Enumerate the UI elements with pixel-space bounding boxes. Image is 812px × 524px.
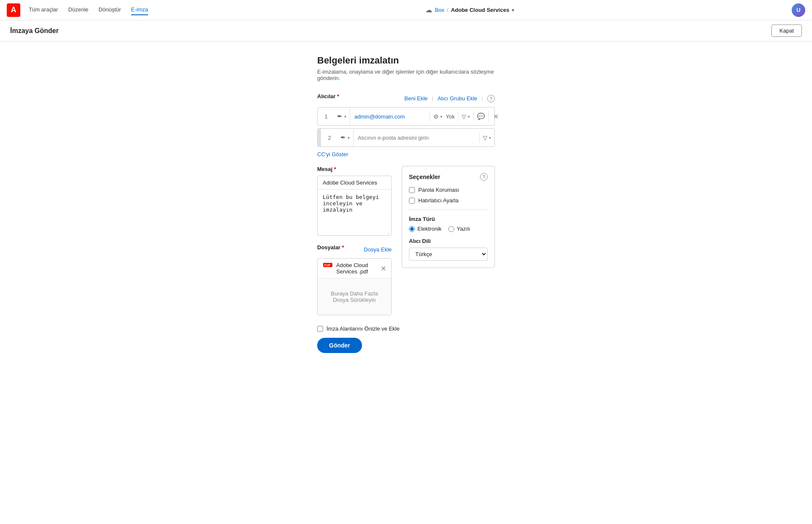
top-nav: A Tüm araçlar Düzenle Dönüştür E-imza ☁ … — [0, 0, 812, 20]
sign-written-radio[interactable] — [448, 226, 454, 232]
message-body[interactable]: Lütfen bu belgeyi inceleyin ve imzalayın — [318, 190, 391, 228]
sign-written-option[interactable]: Yazılı — [448, 226, 470, 232]
message-label: Mesaj * — [317, 166, 392, 172]
breadcrumb: ☁ Box / Adobe Cloud Services ▾ — [148, 6, 792, 14]
options-help-icon[interactable]: ? — [480, 173, 488, 181]
form-title: Belgeleri imzalatın — [317, 55, 495, 66]
close-button[interactable]: Kapat — [771, 25, 802, 37]
options-divider — [409, 210, 488, 210]
add-file-link[interactable]: Dosya Ekle — [364, 246, 392, 253]
close-icon-1: ✕ — [493, 113, 499, 120]
sign-electronic-option[interactable]: Elektronik — [409, 226, 442, 232]
recipients-section: Alıcılar * Beni Ekle | Alıcı Grubu Ekle … — [317, 93, 495, 157]
reminder-label: Hatırlatıcı Ayarla — [418, 197, 458, 204]
role-chevron-2: ▾ — [348, 135, 350, 140]
status-icon-1: ⊘ — [433, 113, 439, 120]
avatar-initials: U — [796, 7, 800, 13]
sign-type-title: İmza Türü — [409, 216, 488, 222]
breadcrumb-current: Adobe Cloud Services — [451, 7, 509, 13]
nav-link-tools[interactable]: Tüm araçlar — [29, 5, 58, 15]
row-handle-2[interactable] — [318, 129, 321, 146]
preview-checkbox[interactable] — [317, 326, 323, 332]
reminder-option: Hatırlatıcı Ayarla — [409, 197, 488, 204]
sign-written-label: Yazılı — [457, 226, 470, 232]
recipient-row-1: 1 ✒ ▾ ⊘ ▾ Yok ▽ ▾ — [317, 107, 495, 126]
role-btn-2[interactable]: ✒ ▾ — [337, 129, 354, 146]
adobe-logo-text: A — [11, 6, 16, 14]
filter-icon-2: ▽ — [483, 135, 487, 141]
drop-zone[interactable]: Buraya Daha Fazla Dosya Sürükleyin — [318, 279, 391, 315]
row-num-1: 1 — [318, 113, 334, 120]
two-col-layout: Mesaj * Adobe Cloud Services Lütfen bu b… — [317, 166, 495, 315]
page-wrapper: Belgeleri imzalatın E-imzalama, onaylama… — [0, 41, 812, 524]
cloud-icon: ☁ — [425, 6, 432, 14]
remove-btn-1[interactable]: ✕ — [488, 111, 503, 122]
recipient-row-2: 2 ✒ ▾ ▽ ▾ — [317, 128, 495, 147]
password-checkbox[interactable] — [409, 187, 415, 193]
recipients-label: Alıcılar * — [317, 93, 339, 99]
main-content: Belgeleri imzalatın E-imzalama, onaylama… — [173, 41, 639, 378]
pdf-icon: PDF — [323, 262, 333, 274]
recipients-actions: Beni Ekle | Alıcı Grubu Ekle | ? — [404, 95, 495, 102]
options-column: Seçenekler ? Parola Koruması Hatırlatıcı… — [402, 166, 495, 315]
recipients-header: Alıcılar * Beni Ekle | Alıcı Grubu Ekle … — [317, 93, 495, 104]
files-section: Dosyalar * Dosya Ekle PDF — [317, 244, 392, 315]
file-name: Adobe Cloud Services .pdf — [336, 262, 381, 275]
status-label-1: Yok — [446, 113, 455, 120]
recipients-help-icon[interactable]: ? — [487, 95, 495, 102]
language-select[interactable]: Türkçe English Deutsch Français Español — [409, 248, 488, 261]
filter-icon-1: ▽ — [462, 113, 466, 120]
role-icon-1: ✒ — [337, 113, 343, 120]
breadcrumb-box[interactable]: Box — [435, 7, 444, 13]
content-area: Belgeleri imzalatın E-imzalama, onaylama… — [173, 55, 639, 353]
email-input-1[interactable] — [350, 113, 430, 120]
filter-btn-1[interactable]: ▽ ▾ — [458, 112, 473, 121]
file-remove-btn[interactable]: ✕ — [381, 265, 386, 273]
breadcrumb-chevron[interactable]: ▾ — [512, 7, 514, 13]
status-btn-1[interactable]: ⊘ ▾ Yok — [430, 111, 458, 121]
bottom-section: İmza Alanlarını Önizle ve Ekle Gönder — [317, 325, 495, 353]
main-column: Mesaj * Adobe Cloud Services Lütfen bu b… — [317, 166, 392, 315]
files-label: Dosyalar * — [317, 244, 344, 251]
page-title: İmzaya Gönder — [10, 27, 59, 35]
filter-btn-2[interactable]: ▽ ▾ — [479, 133, 494, 143]
resize-handle[interactable]: ⌟ — [318, 229, 391, 235]
add-group-link[interactable]: Alıcı Grubu Ekle — [438, 95, 477, 102]
row-num-2: 2 — [322, 135, 337, 141]
breadcrumb-separator: / — [447, 7, 449, 13]
options-title: Seçenekler — [409, 174, 440, 180]
nav-links: Tüm araçlar Düzenle Dönüştür E-imza — [29, 5, 148, 15]
message-title: Adobe Cloud Services — [318, 176, 391, 190]
add-me-link[interactable]: Beni Ekle — [404, 95, 428, 102]
password-option: Parola Koruması — [409, 187, 488, 193]
comment-btn-1[interactable]: 💬 — [473, 111, 488, 122]
cc-link[interactable]: CC'yi Göster — [317, 151, 348, 157]
sign-electronic-radio[interactable] — [409, 226, 415, 232]
send-button[interactable]: Gönder — [317, 338, 362, 353]
comment-icon-1: 💬 — [477, 113, 485, 120]
avatar[interactable]: U — [792, 3, 805, 17]
nav-link-convert[interactable]: Dönüştür — [99, 5, 121, 15]
message-section: Mesaj * Adobe Cloud Services Lütfen bu b… — [317, 166, 392, 236]
preview-label: İmza Alanlarını Önizle ve Ekle — [326, 325, 400, 332]
nav-link-esign[interactable]: E-imza — [131, 5, 148, 15]
lang-title: Alıcı Dili — [409, 238, 488, 244]
form-subtitle: E-imzalama, onaylama ve diğer işlemler i… — [317, 69, 495, 81]
subheader: İmzaya Gönder Kapat — [0, 20, 812, 41]
files-header: Dosyalar * Dosya Ekle — [317, 244, 392, 255]
options-panel: Seçenekler ? Parola Koruması Hatırlatıcı… — [402, 166, 495, 268]
adobe-logo: A — [7, 3, 20, 17]
role-btn-1[interactable]: ✒ ▾ — [334, 108, 350, 125]
sign-type-options: Elektronik Yazılı — [409, 226, 488, 232]
password-label: Parola Koruması — [418, 187, 459, 193]
message-wrapper: Adobe Cloud Services Lütfen bu belgeyi i… — [317, 176, 392, 236]
nav-link-edit[interactable]: Düzenle — [68, 5, 88, 15]
sign-electronic-label: Elektronik — [417, 226, 442, 232]
role-icon-2: ✒ — [340, 134, 346, 141]
role-chevron-1: ▾ — [344, 114, 346, 119]
reminder-checkbox[interactable] — [409, 198, 415, 204]
files-box: PDF Adobe Cloud Services .pdf ✕ Buraya D… — [317, 258, 392, 315]
preview-check: İmza Alanlarını Önizle ve Ekle — [317, 325, 495, 332]
options-header: Seçenekler ? — [409, 173, 488, 181]
email-input-2[interactable] — [354, 135, 479, 141]
